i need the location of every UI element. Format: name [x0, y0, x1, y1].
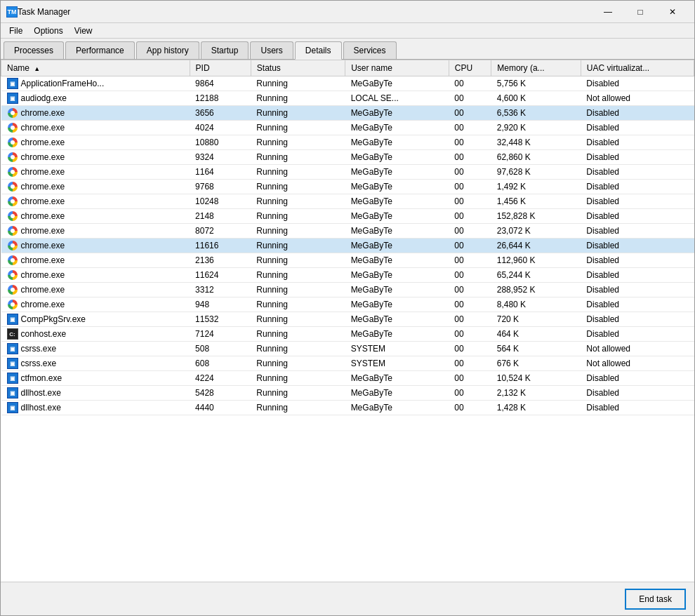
cell-uac: Disabled [581, 401, 694, 415]
table-row[interactable]: chrome.exe 2148 Running MeGaByTe 00 152,… [1, 209, 694, 224]
col-header-pid[interactable]: PID [190, 60, 251, 76]
cell-user: SYSTEM [345, 356, 449, 371]
menu-options[interactable]: Options [28, 25, 68, 37]
table-row[interactable]: chrome.exe 3656 Running MeGaByTe 00 6,53… [1, 106, 694, 121]
tab-processes[interactable]: Processes [4, 41, 64, 59]
cell-status: Running [251, 106, 345, 121]
table-row[interactable]: ▣ApplicationFrameHo... 9864 Running MeGa… [1, 76, 694, 91]
cell-status: Running [251, 91, 345, 106]
table-row[interactable]: chrome.exe 10248 Running MeGaByTe 00 1,4… [1, 194, 694, 209]
table-header-row: Name ▲ PID Status User name CPU Memory (… [1, 60, 694, 76]
table-row[interactable]: chrome.exe 948 Running MeGaByTe 00 8,480… [1, 297, 694, 312]
process-table-container[interactable]: Name ▲ PID Status User name CPU Memory (… [1, 60, 694, 582]
cell-pid: 2136 [190, 253, 251, 268]
tab-users[interactable]: Users [250, 41, 293, 59]
cell-pid: 4224 [190, 371, 251, 386]
menu-view[interactable]: View [69, 25, 98, 37]
cell-status: Running [251, 194, 345, 209]
cell-cpu: 00 [449, 106, 491, 121]
cell-name: chrome.exe [1, 224, 190, 239]
menu-file[interactable]: File [4, 25, 28, 37]
cell-uac: Disabled [581, 76, 694, 91]
content-area: Name ▲ PID Status User name CPU Memory (… [1, 60, 694, 582]
cell-status: Running [251, 180, 345, 194]
cell-memory: 288,952 K [491, 283, 581, 297]
cell-status: Running [251, 356, 345, 371]
table-row[interactable]: chrome.exe 2136 Running MeGaByTe 00 112,… [1, 253, 694, 268]
cell-uac: Disabled [581, 268, 694, 283]
table-row[interactable]: chrome.exe 10880 Running MeGaByTe 00 32,… [1, 135, 694, 150]
table-row[interactable]: chrome.exe 11624 Running MeGaByTe 00 65,… [1, 268, 694, 283]
cell-cpu: 00 [449, 312, 491, 327]
app-icon: ▣ [7, 402, 18, 413]
col-header-uac[interactable]: UAC virtualizat... [581, 60, 694, 76]
col-header-user[interactable]: User name [345, 60, 449, 76]
cell-name: chrome.exe [1, 121, 190, 135]
table-row[interactable]: chrome.exe 4024 Running MeGaByTe 00 2,92… [1, 121, 694, 135]
cell-cpu: 00 [449, 253, 491, 268]
cell-pid: 2148 [190, 209, 251, 224]
table-row[interactable]: chrome.exe 9324 Running MeGaByTe 00 62,8… [1, 150, 694, 165]
cell-cpu: 00 [449, 209, 491, 224]
table-row[interactable]: chrome.exe 11616 Running MeGaByTe 00 26,… [1, 239, 694, 253]
maximize-button[interactable]: □ [624, 1, 656, 23]
chrome-icon [7, 196, 18, 207]
cell-memory: 97,628 K [491, 165, 581, 180]
cell-user: MeGaByTe [345, 283, 449, 297]
tab-startup[interactable]: Startup [201, 41, 249, 59]
tab-performance[interactable]: Performance [65, 41, 135, 59]
cell-memory: 26,644 K [491, 239, 581, 253]
cell-cpu: 00 [449, 283, 491, 297]
cell-status: Running [251, 342, 345, 356]
table-row[interactable]: chrome.exe 9768 Running MeGaByTe 00 1,49… [1, 180, 694, 194]
app-icon: ▣ [7, 93, 18, 104]
minimize-button[interactable]: — [592, 1, 624, 23]
cell-pid: 948 [190, 297, 251, 312]
cell-status: Running [251, 386, 345, 401]
table-row[interactable]: ▣CompPkgSrv.exe 11532 Running MeGaByTe 0… [1, 312, 694, 327]
table-row[interactable]: ▣dllhost.exe 5428 Running MeGaByTe 00 2,… [1, 386, 694, 401]
col-header-status[interactable]: Status [251, 60, 345, 76]
table-row[interactable]: chrome.exe 3312 Running MeGaByTe 00 288,… [1, 283, 694, 297]
table-row[interactable]: ▣csrss.exe 508 Running SYSTEM 00 564 K N… [1, 342, 694, 356]
cell-uac: Disabled [581, 106, 694, 121]
table-row[interactable]: chrome.exe 1164 Running MeGaByTe 00 97,6… [1, 165, 694, 180]
table-row[interactable]: chrome.exe 8072 Running MeGaByTe 00 23,0… [1, 224, 694, 239]
cell-memory: 32,448 K [491, 135, 581, 150]
chrome-icon [7, 166, 18, 178]
cell-user: SYSTEM [345, 342, 449, 356]
table-row[interactable]: ▣dllhost.exe 4440 Running MeGaByTe 00 1,… [1, 401, 694, 415]
cell-memory: 112,960 K [491, 253, 581, 268]
cell-cpu: 00 [449, 239, 491, 253]
cell-cpu: 00 [449, 165, 491, 180]
bottom-bar: End task [1, 582, 694, 615]
end-task-button[interactable]: End task [625, 589, 686, 610]
cell-uac: Disabled [581, 386, 694, 401]
cell-cpu: 00 [449, 327, 491, 342]
task-manager-window: TM Task Manager — □ ✕ File Options View … [0, 0, 695, 616]
cell-memory: 1,428 K [491, 401, 581, 415]
cell-name: chrome.exe [1, 283, 190, 297]
cell-memory: 23,072 K [491, 224, 581, 239]
table-row[interactable]: ▣audiodg.exe 12188 Running LOCAL SE... 0… [1, 91, 694, 106]
col-header-name[interactable]: Name ▲ [1, 60, 190, 76]
cell-pid: 3312 [190, 283, 251, 297]
close-button[interactable]: ✕ [656, 1, 689, 23]
window-icon: TM [6, 6, 18, 18]
col-header-cpu[interactable]: CPU [449, 60, 491, 76]
col-header-mem[interactable]: Memory (a... [491, 60, 581, 76]
tab-details[interactable]: Details [295, 41, 342, 60]
cell-cpu: 00 [449, 91, 491, 106]
chrome-icon [7, 152, 18, 163]
table-row[interactable]: ▣csrss.exe 608 Running SYSTEM 00 676 K N… [1, 356, 694, 371]
chrome-icon [7, 107, 18, 119]
tab-services[interactable]: Services [343, 41, 397, 59]
cell-user: MeGaByTe [345, 121, 449, 135]
tab-app-history[interactable]: App history [136, 41, 199, 59]
app-icon: ▣ [7, 314, 18, 325]
cell-user: MeGaByTe [345, 312, 449, 327]
cell-status: Running [251, 76, 345, 91]
table-row[interactable]: C:conhost.exe 7124 Running MeGaByTe 00 4… [1, 327, 694, 342]
cell-uac: Not allowed [581, 91, 694, 106]
table-row[interactable]: ▣ctfmon.exe 4224 Running MeGaByTe 00 10,… [1, 371, 694, 386]
